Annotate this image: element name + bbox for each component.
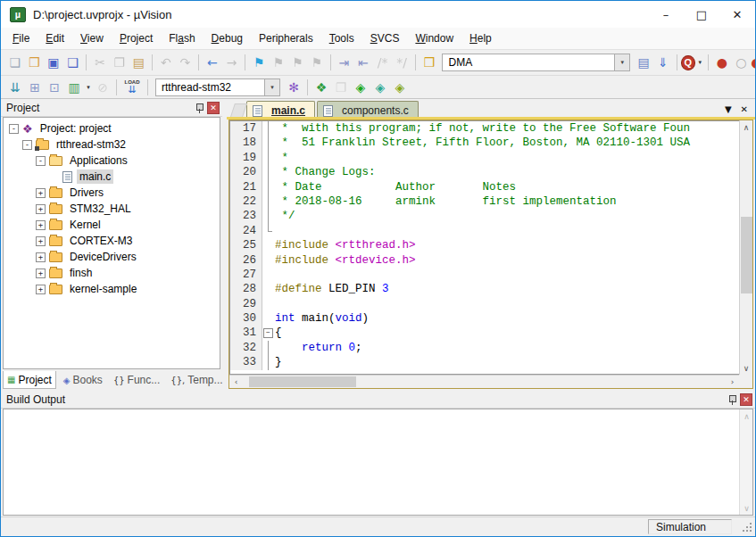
options-for-target-button[interactable]: ✻	[284, 78, 303, 97]
save-button[interactable]: ▣	[44, 53, 63, 72]
menu-peripherals[interactable]: Peripherals	[251, 29, 321, 47]
menu-window[interactable]: Window	[407, 29, 461, 47]
quick-find-dropdown[interactable]: ▾	[695, 59, 704, 66]
fold-collapse-icon[interactable]	[262, 326, 275, 340]
menu-file[interactable]: File	[4, 29, 37, 47]
menu-flash[interactable]: Flash	[161, 29, 203, 47]
batch-build-dropdown[interactable]: ▾	[84, 84, 93, 91]
expand-icon[interactable]: +	[36, 236, 46, 246]
prev-bookmark-button[interactable]: ⚑	[287, 53, 307, 72]
outdent-button[interactable]: ⇤	[353, 53, 373, 72]
navigate-forward-button[interactable]: →	[222, 53, 242, 72]
tab-list-dropdown-icon[interactable]: ▼	[725, 104, 732, 114]
download-button[interactable]: LOAD⇊	[120, 78, 144, 97]
editor-horizontal-scrollbar[interactable]: ‹ ›	[229, 375, 739, 388]
pin-icon[interactable]	[195, 103, 204, 113]
tree-item-cortex-m3[interactable]: +CORTEX-M3	[4, 233, 220, 249]
expand-icon[interactable]: +	[36, 204, 46, 214]
target-select-combo[interactable]: rtthread-stm32▾	[155, 78, 280, 96]
menu-help[interactable]: Help	[461, 29, 500, 47]
tree-item-rtthread-stm32[interactable]: -rtthread-stm32	[4, 136, 220, 153]
scroll-left-icon[interactable]: ‹	[229, 376, 243, 389]
translate-button[interactable]: ⇊	[5, 78, 25, 97]
chevron-down-icon[interactable]: ▾	[614, 54, 629, 70]
expand-icon[interactable]: +	[36, 220, 46, 230]
project-tree[interactable]: -❖Project: project-rtthread-stm32-Applic…	[3, 117, 220, 369]
save-all-button[interactable]: ❑	[63, 53, 83, 72]
build-output-close-icon[interactable]: ✕	[740, 393, 752, 406]
menu-tools[interactable]: Tools	[321, 29, 362, 47]
tree-item-kernel[interactable]: +Kernel	[4, 217, 220, 233]
incremental-find-button[interactable]: ⇓	[653, 53, 673, 72]
tree-item-main-c[interactable]: main.c	[4, 169, 220, 185]
quick-find-button[interactable]: Q	[681, 55, 696, 70]
expand-icon[interactable]: +	[36, 285, 46, 294]
file-extensions-button[interactable]: ◈	[370, 78, 390, 97]
expand-icon[interactable]: +	[36, 188, 46, 198]
tree-item-project-project[interactable]: -❖Project: project	[4, 120, 220, 136]
tree-item-stm32-hal[interactable]: +STM32_HAL	[4, 201, 220, 217]
panel-tab-books[interactable]: ◈Books	[60, 371, 106, 389]
menu-project[interactable]: Project	[112, 29, 161, 47]
collapse-icon[interactable]: -	[9, 124, 19, 134]
comment-button[interactable]: /*	[373, 53, 393, 72]
clear-bookmarks-button[interactable]: ⚑	[307, 53, 327, 72]
insert-breakpoint-button[interactable]: ●	[712, 53, 732, 72]
copy-button[interactable]: ❐	[110, 53, 129, 72]
vertical-scroll-thumb[interactable]	[741, 217, 752, 293]
next-bookmark-button[interactable]: ⚑	[269, 53, 288, 72]
open-file-button[interactable]: ❒	[25, 53, 45, 72]
navigate-back-button[interactable]: ←	[203, 53, 222, 72]
disable-breakpoint-button[interactable]: ○	[732, 53, 752, 72]
uncomment-button[interactable]: */	[392, 53, 411, 72]
menu-view[interactable]: View	[72, 29, 112, 47]
collapse-icon[interactable]: -	[22, 140, 32, 150]
close-button[interactable]: ✕	[719, 1, 755, 28]
stop-build-button[interactable]: ⊘	[93, 78, 112, 97]
find-in-files-button[interactable]: ▤	[634, 53, 653, 72]
find-in-files-folder-button[interactable]: ❒	[420, 53, 439, 72]
tree-item-drivers[interactable]: +Drivers	[4, 185, 220, 201]
close-file-icon[interactable]: ✕	[741, 104, 748, 114]
cut-button[interactable]: ✂	[90, 53, 110, 72]
tree-item-finsh[interactable]: +finsh	[4, 265, 220, 281]
scroll-up-icon[interactable]: ∧	[740, 409, 753, 423]
new-file-button[interactable]: ❏	[5, 53, 25, 72]
rebuild-button[interactable]: ⊡	[45, 78, 64, 97]
build-button[interactable]: ⊞	[25, 78, 45, 97]
manage-project-items-button[interactable]: ◈	[351, 78, 370, 97]
collapse-icon[interactable]: -	[36, 156, 46, 166]
batch-build-button[interactable]: ▥	[64, 78, 84, 97]
panel-tab-func[interactable]: {}Func...	[110, 371, 163, 389]
menu-edit[interactable]: Edit	[37, 29, 72, 47]
menu-debug[interactable]: Debug	[204, 29, 251, 47]
paste-button[interactable]: ▤	[129, 53, 148, 72]
search-combo[interactable]: DMA▾	[442, 54, 630, 71]
menu-svcs[interactable]: SVCS	[362, 29, 408, 47]
chevron-down-icon[interactable]: ▾	[264, 79, 279, 95]
resize-grip[interactable]	[741, 521, 752, 533]
panel-tab-temp[interactable]: {},Temp...	[167, 371, 226, 389]
redo-button[interactable]: ↷	[176, 53, 195, 72]
panel-tab-project[interactable]: ▦Project	[3, 371, 56, 389]
scroll-down-icon[interactable]: ∨	[740, 361, 753, 375]
pin-icon[interactable]	[727, 394, 736, 405]
build-output-scrollbar[interactable]: ∧ ∨	[739, 409, 752, 515]
expand-icon[interactable]: +	[36, 268, 46, 278]
code-editor[interactable]: 17 * with this program; if not, write to…	[229, 120, 739, 375]
expand-icon[interactable]: +	[36, 252, 46, 262]
project-panel-close-icon[interactable]: ✕	[207, 102, 220, 114]
build-output-content[interactable]: ∧ ∨	[3, 409, 753, 516]
scroll-down-icon[interactable]: ∨	[740, 501, 753, 515]
editor-vertical-scrollbar[interactable]: ∧ ∨	[739, 120, 752, 375]
manage-layers-button[interactable]: ❐	[331, 78, 351, 97]
multi-project-button[interactable]: ◈	[390, 78, 410, 97]
horizontal-scroll-thumb[interactable]	[249, 376, 356, 387]
scroll-up-icon[interactable]: ∧	[740, 120, 753, 134]
manage-rte-button[interactable]: ❖	[312, 78, 331, 97]
scroll-right-icon[interactable]: ›	[726, 376, 739, 389]
tree-item-applications[interactable]: -Applications	[4, 153, 220, 169]
tree-item-kernel-sample[interactable]: +kernel-sample	[4, 281, 220, 297]
indent-button[interactable]: ⇥	[335, 53, 354, 72]
minimize-button[interactable]: –	[648, 1, 684, 28]
